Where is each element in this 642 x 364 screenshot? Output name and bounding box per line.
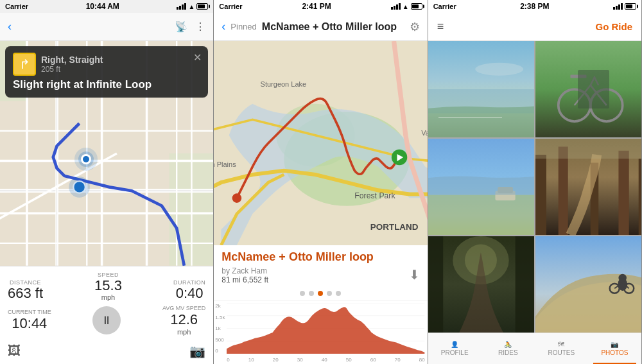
route-info: McNamee + Otto Miller loop by Zack Ham 8… bbox=[214, 245, 427, 287]
carrier-3: Carrier bbox=[433, 3, 456, 10]
dot-5[interactable] bbox=[336, 291, 341, 296]
photo-grid bbox=[428, 41, 641, 333]
carrier-1: Carrier bbox=[5, 3, 28, 10]
profile-icon: 👤 bbox=[451, 341, 458, 348]
direction-top: ↱ Right, Straight 205 ft bbox=[13, 53, 200, 76]
tab-rides-label: RIDES bbox=[498, 349, 518, 356]
speed-unit: mph bbox=[94, 293, 122, 301]
route-meta: 81 mi 6,552 ft bbox=[221, 275, 268, 284]
status-bar-1: Carrier 10:44 AM ▲ bbox=[0, 0, 213, 13]
svg-rect-42 bbox=[535, 41, 641, 137]
tab-rides[interactable]: 🚴 RIDES bbox=[482, 333, 535, 364]
svg-rect-58 bbox=[428, 236, 443, 333]
dot-2[interactable] bbox=[309, 291, 314, 296]
signal-icon-2 bbox=[391, 3, 401, 10]
avg-speed-unit: mph bbox=[162, 328, 205, 336]
tab-routes[interactable]: 🗺 ROUTES bbox=[535, 333, 588, 364]
menu-button[interactable]: ≡ bbox=[437, 20, 444, 33]
duration-value: 0:40 bbox=[173, 286, 205, 301]
svg-rect-47 bbox=[428, 195, 534, 236]
route-author: by Zack Ham bbox=[221, 266, 268, 275]
camera-icon[interactable]: 📷 bbox=[189, 343, 205, 359]
direction-subtitle: Slight right at Infinite Loop bbox=[13, 78, 200, 91]
svg-rect-51 bbox=[535, 155, 546, 235]
svg-rect-54 bbox=[618, 151, 629, 235]
direction-card: ✕ ↱ Right, Straight 205 ft Slight right … bbox=[5, 46, 208, 98]
duration-stat: DURATION 0:40 bbox=[173, 279, 205, 301]
routes-icon: 🗺 bbox=[558, 341, 564, 348]
pinned-label: Pinned bbox=[230, 22, 256, 31]
dot-4[interactable] bbox=[327, 291, 332, 296]
chart-area bbox=[227, 303, 424, 354]
status-bar-2: Carrier 2:41 PM ▲ bbox=[214, 0, 427, 13]
speed-stat: SPEED 15.3 mph bbox=[94, 272, 122, 301]
current-time-stat: CURRENT TIME 10:44 bbox=[8, 309, 51, 332]
photos-panel: Carrier 2:38 PM ≡ Go Ride bbox=[428, 0, 642, 364]
map-area: ✕ ↱ Right, Straight 205 ft Slight right … bbox=[0, 41, 213, 266]
wifi-nav-icon[interactable]: 📡 bbox=[175, 21, 187, 33]
chart-y-labels: 2k 1.5k 1k 500 0 bbox=[215, 303, 225, 354]
photo-1[interactable] bbox=[428, 41, 534, 137]
signal-icon bbox=[177, 3, 186, 10]
tab-photos[interactable]: 📷 PHOTOS bbox=[588, 333, 641, 364]
stats-row-2: CURRENT TIME 10:44 ⏸ AVG MV SPEED 12.6 m… bbox=[8, 305, 205, 338]
route-distance: 81 mi bbox=[221, 275, 240, 284]
svg-point-25 bbox=[232, 193, 242, 203]
route-panel: Carrier 2:41 PM ▲ ‹ Pinned McNamee + Ott… bbox=[214, 0, 428, 364]
rides-icon: 🚴 bbox=[504, 341, 512, 348]
svg-text:Forest Park: Forest Park bbox=[355, 191, 396, 200]
route-map: Sturgeon Lake Forest Park PORTLAND North… bbox=[214, 41, 427, 245]
direction-title: Right, Straight bbox=[41, 55, 103, 65]
photos-icon: 📷 bbox=[611, 341, 618, 348]
photo-6[interactable] bbox=[535, 236, 641, 333]
photo-3[interactable] bbox=[428, 139, 534, 235]
svg-text:Van-: Van- bbox=[422, 129, 428, 137]
svg-rect-52 bbox=[559, 147, 568, 236]
navigation-panel: Carrier 10:44 AM ▲ ‹ 📡 ⋮ bbox=[0, 0, 214, 364]
route-stats-line: by Zack Ham 81 mi 6,552 ft ⬇ bbox=[221, 265, 419, 284]
photo-5[interactable] bbox=[428, 236, 534, 333]
nav-stats: DISTANCE 663 ft SPEED 15.3 mph DURATION … bbox=[0, 266, 213, 341]
time-3: 2:38 PM bbox=[520, 2, 549, 11]
nav-header: ‹ 📡 ⋮ bbox=[0, 13, 213, 41]
photo-2[interactable] bbox=[535, 41, 641, 137]
close-button[interactable]: ✕ bbox=[193, 51, 202, 64]
dot-1[interactable] bbox=[300, 291, 305, 296]
dot-3[interactable] bbox=[318, 291, 323, 296]
back-button[interactable]: ‹ bbox=[8, 20, 12, 33]
carrier-2: Carrier bbox=[219, 3, 242, 10]
route-dots bbox=[214, 287, 427, 300]
status-right-2: ▲ bbox=[391, 3, 422, 10]
signal-icon-3 bbox=[613, 3, 623, 10]
avg-speed-label: AVG MV SPEED bbox=[162, 305, 205, 311]
route-back-button[interactable]: ‹ bbox=[221, 20, 225, 33]
svg-text:PORTLAND: PORTLAND bbox=[370, 222, 419, 232]
route-title: McNamee + Otto Miller loop bbox=[262, 21, 404, 33]
time-1: 10:44 AM bbox=[86, 2, 119, 11]
status-right-1: ▲ bbox=[177, 3, 208, 10]
tab-profile[interactable]: 👤 PROFILE bbox=[428, 333, 482, 364]
chart-x-labels: 0 10 20 30 40 50 60 70 80 bbox=[227, 357, 424, 363]
photo-4[interactable] bbox=[535, 139, 641, 235]
download-button[interactable]: ⬇ bbox=[409, 267, 420, 282]
go-ride-button[interactable]: Go Ride bbox=[595, 21, 632, 32]
settings-icon[interactable]: ⚙ bbox=[410, 20, 420, 34]
more-icon[interactable]: ⋮ bbox=[195, 21, 205, 33]
route-elevation: 6,552 ft bbox=[243, 275, 268, 284]
route-map-svg: Sturgeon Lake Forest Park PORTLAND North… bbox=[214, 41, 427, 245]
distance-stat: DISTANCE 663 ft bbox=[8, 279, 43, 301]
avg-speed-stat: AVG MV SPEED 12.6 mph bbox=[162, 305, 205, 336]
svg-rect-56 bbox=[535, 139, 641, 159]
time-2: 2:41 PM bbox=[302, 2, 331, 11]
tab-photos-label: PHOTOS bbox=[601, 349, 628, 356]
nav-icons: 📡 ⋮ bbox=[175, 21, 205, 33]
photos-header: ≡ Go Ride bbox=[428, 13, 641, 41]
turn-sign: ↱ bbox=[13, 53, 36, 76]
direction-distance: 205 ft bbox=[41, 65, 103, 74]
pause-button[interactable]: ⏸ bbox=[92, 306, 121, 334]
current-time-value: 10:44 bbox=[8, 315, 51, 332]
status-right-3 bbox=[613, 3, 636, 10]
battery-icon-2 bbox=[411, 3, 422, 10]
photo-album-icon[interactable]: 🖼 bbox=[8, 343, 21, 359]
status-bar-3: Carrier 2:38 PM bbox=[428, 0, 641, 13]
